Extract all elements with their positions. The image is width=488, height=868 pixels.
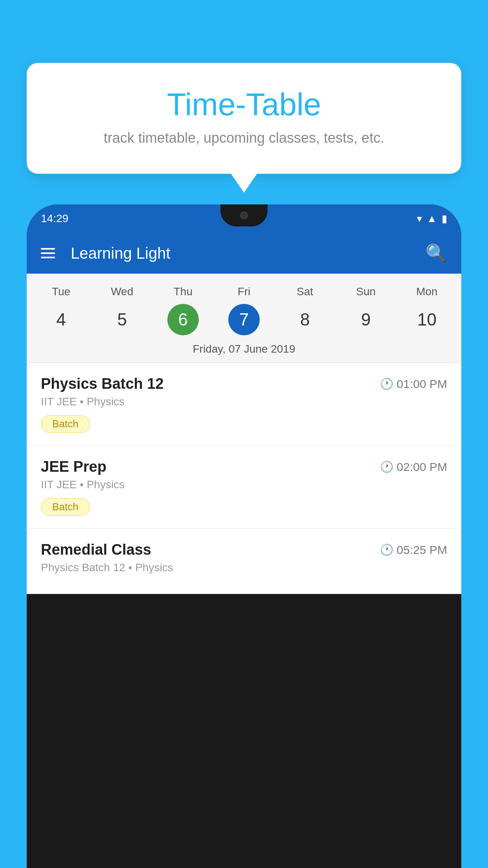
schedule-item-3-time-text: 05:25 PM — [397, 543, 447, 557]
day-header-fri: Fri — [213, 281, 274, 302]
status-icons: ▾ ▲ ▮ — [417, 213, 447, 225]
day-4[interactable]: 4 — [31, 302, 92, 337]
schedule-item-2-header: JEE Prep 🕐 02:00 PM — [41, 458, 447, 475]
status-time: 14:29 — [41, 212, 68, 225]
schedule-item-2-subtitle: IIT JEE • Physics — [41, 478, 447, 491]
schedule-item-2-time: 🕐 02:00 PM — [380, 460, 447, 474]
phone-frame: 14:29 ▾ ▲ ▮ Learning Light 🔍 Tue Wed Thu… — [27, 204, 461, 868]
schedule-item-1-header: Physics Batch 12 🕐 01:00 PM — [41, 375, 447, 392]
tooltip-subtitle: track timetable, upcoming classes, tests… — [46, 130, 442, 146]
app-bar: Learning Light 🔍 — [27, 233, 461, 274]
camera — [240, 211, 248, 219]
schedule-item-3-time: 🕐 05:25 PM — [380, 543, 447, 557]
day-6-today[interactable]: 6 — [167, 304, 199, 335]
day-header-thu: Thu — [152, 281, 213, 302]
day-9[interactable]: 9 — [336, 302, 396, 337]
schedule-list: Physics Batch 12 🕐 01:00 PM IIT JEE • Ph… — [27, 363, 461, 594]
wifi-icon: ▾ — [417, 213, 422, 225]
clock-icon-1: 🕐 — [380, 377, 394, 390]
day-header-sat: Sat — [275, 281, 336, 302]
schedule-item-3-header: Remedial Class 🕐 05:25 PM — [41, 541, 447, 558]
signal-icon: ▲ — [427, 213, 437, 225]
day-header-wed: Wed — [92, 281, 152, 302]
schedule-item-3-subtitle: Physics Batch 12 • Physics — [41, 561, 447, 574]
app-title: Learning Light — [71, 245, 426, 262]
schedule-item-3[interactable]: Remedial Class 🕐 05:25 PM Physics Batch … — [27, 529, 461, 594]
calendar-strip: Tue Wed Thu Fri Sat Sun Mon 4 5 6 7 8 9 … — [27, 274, 461, 363]
clock-icon-3: 🕐 — [380, 543, 394, 556]
schedule-item-1-title: Physics Batch 12 — [41, 375, 164, 392]
schedule-item-1[interactable]: Physics Batch 12 🕐 01:00 PM IIT JEE • Ph… — [27, 363, 461, 446]
status-bar: 14:29 ▾ ▲ ▮ — [27, 204, 461, 233]
tooltip-title: Time-Table — [46, 86, 442, 123]
schedule-item-1-time-text: 01:00 PM — [397, 377, 447, 391]
schedule-item-1-subtitle: IIT JEE • Physics — [41, 395, 447, 408]
day-headers: Tue Wed Thu Fri Sat Sun Mon — [27, 281, 461, 302]
schedule-item-2[interactable]: JEE Prep 🕐 02:00 PM IIT JEE • Physics Ba… — [27, 446, 461, 529]
hamburger-menu-icon[interactable] — [41, 248, 55, 258]
schedule-item-2-title: JEE Prep — [41, 458, 106, 475]
search-icon[interactable]: 🔍 — [426, 243, 447, 263]
day-header-tue: Tue — [31, 281, 92, 302]
batch-badge-1: Batch — [41, 415, 90, 433]
day-10[interactable]: 10 — [396, 302, 457, 337]
day-numbers: 4 5 6 7 8 9 10 — [27, 302, 461, 337]
day-7-selected[interactable]: 7 — [228, 304, 260, 335]
day-header-sun: Sun — [336, 281, 396, 302]
battery-icon: ▮ — [442, 213, 447, 225]
notch — [220, 204, 268, 226]
clock-icon-2: 🕐 — [380, 460, 394, 473]
schedule-item-3-title: Remedial Class — [41, 541, 151, 558]
schedule-item-2-time-text: 02:00 PM — [397, 460, 447, 474]
schedule-item-1-time: 🕐 01:00 PM — [380, 377, 447, 391]
selected-date-label: Friday, 07 June 2019 — [27, 337, 461, 363]
batch-badge-2: Batch — [41, 498, 90, 516]
day-header-mon: Mon — [396, 281, 457, 302]
tooltip-card: Time-Table track timetable, upcoming cla… — [27, 63, 461, 174]
day-8[interactable]: 8 — [275, 302, 336, 337]
day-5[interactable]: 5 — [92, 302, 152, 337]
